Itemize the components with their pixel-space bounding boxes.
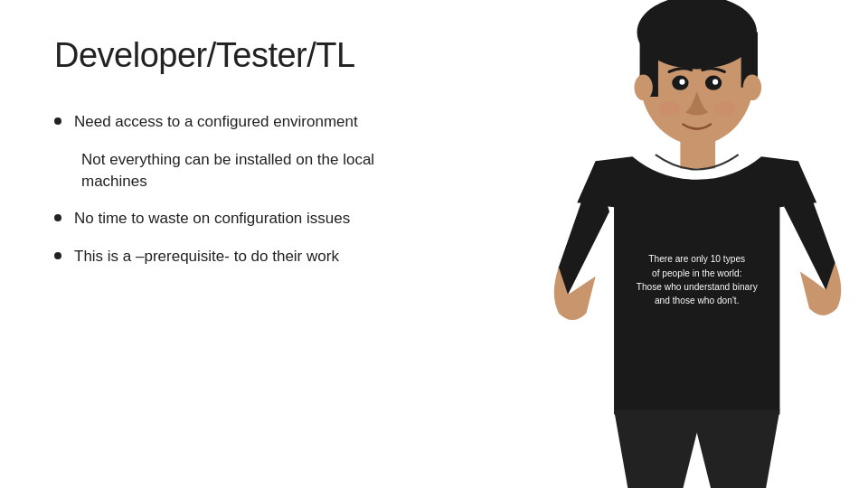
bullet-main-text: Need access to a configured environment [74,113,358,130]
svg-point-15 [658,101,680,116]
list-item: No time to waste on configuration issues [54,208,407,230]
list-item: Need access to a configured environment [54,111,407,133]
slide-title: Developer/Tester/TL [54,36,407,75]
bullet-list: Need access to a configured environment … [54,111,407,284]
bullet-text: Need access to a configured environment [74,111,407,133]
bullet-text: No time to waste on configuration issues [74,208,407,230]
svg-point-4 [634,75,652,101]
bullet-dot [54,214,61,221]
bullet-main-text: No time to waste on configuration issues [74,210,350,227]
bullet-main-text: This is a –prerequisite- to do their wor… [74,248,339,265]
svg-text:of people in the world:: of people in the world: [652,268,742,278]
sub-item-text: Not everything can be installed on the l… [81,151,374,190]
person-image-area: There are only 10 types of people in the… [452,0,868,488]
content-area: Developer/Tester/TL Need access to a con… [0,0,452,488]
svg-text:Those who understand binary: Those who understand binary [637,282,759,292]
bullet-dot [54,117,61,125]
svg-rect-6 [680,136,715,169]
svg-text:There are only 10 types: There are only 10 types [648,254,745,264]
list-item: This is a –prerequisite- to do their wor… [54,246,407,267]
svg-point-16 [713,101,735,116]
svg-point-14 [712,80,718,85]
svg-text:and those who don't.: and those who don't. [655,296,740,305]
list-sub-item: Not everything can be installed on the l… [81,149,407,192]
bullet-text: This is a –prerequisite- to do their wor… [74,246,407,267]
svg-point-13 [679,80,684,85]
slide-container: Developer/Tester/TL Need access to a con… [0,0,868,488]
person-figure-svg: There are only 10 types of people in the… [452,0,868,488]
svg-point-5 [743,75,761,101]
bullet-dot [54,252,61,259]
